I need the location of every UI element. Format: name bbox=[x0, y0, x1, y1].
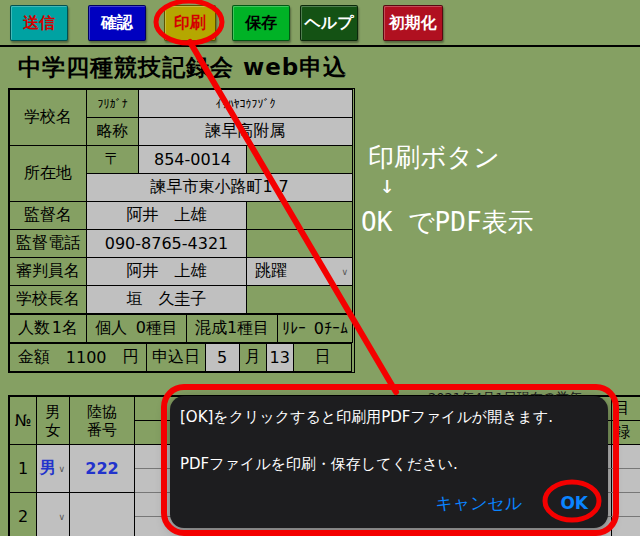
apply-day-input[interactable]: 13 bbox=[266, 344, 293, 372]
principal-name-input[interactable]: 垣 久圭子 bbox=[87, 286, 247, 314]
count-individual-value: 0種目 bbox=[136, 318, 178, 339]
coach-name-label: 監督名 bbox=[10, 202, 87, 230]
count-individual-label: 個人 bbox=[95, 318, 127, 339]
count-relay-label: ﾘﾚｰ bbox=[282, 319, 306, 338]
furigana-input[interactable]: ｲｻﾊﾔｺｳﾌｿﾞｸ bbox=[139, 90, 353, 118]
dialog-message-1: [OK]をクリックすると印刷用PDFファイルが開きます. bbox=[180, 408, 553, 427]
principal-name-label: 学校長名 bbox=[10, 286, 87, 314]
apply-date-label: 申込日 bbox=[147, 344, 205, 372]
roster-row1-number-input[interactable]: 222 bbox=[70, 445, 135, 493]
judge-name-label: 審判員名 bbox=[10, 258, 87, 286]
count-combined-label: 混成 bbox=[195, 318, 227, 339]
roster-row2-no: 2 bbox=[10, 493, 37, 536]
coach-spacer-cell bbox=[247, 202, 353, 230]
furigana-label: ﾌﾘｶﾞﾅ bbox=[87, 90, 139, 118]
count-combined-value: 1種目 bbox=[227, 318, 269, 339]
chevron-down-icon: ∨ bbox=[341, 267, 348, 277]
reset-button[interactable]: 初期化 bbox=[383, 5, 443, 41]
judge-name-input[interactable]: 阿井 上雄 bbox=[87, 258, 247, 286]
assoc-header-top: 陸協 bbox=[72, 403, 132, 421]
annotation-ok-pdf-text: OK でPDF表示 bbox=[361, 205, 534, 240]
day-unit-label: 日 bbox=[293, 344, 351, 372]
roster-row2-record-input[interactable] bbox=[612, 517, 640, 536]
roster-row2-number-input[interactable] bbox=[70, 493, 135, 536]
print-button[interactable]: 印刷 bbox=[164, 5, 216, 41]
roster-row1-no: 1 bbox=[10, 445, 37, 493]
roster-gender-header: 男女 bbox=[37, 397, 70, 445]
assoc-header-bottom: 番号 bbox=[72, 421, 132, 439]
gender-header-bottom: 女 bbox=[39, 421, 67, 439]
entry-form: 学校名 ﾌﾘｶﾞﾅ ｲｻﾊﾔｺｳﾌｿﾞｸ 略称 諫早高附属 所在地 〒 854-… bbox=[8, 88, 355, 373]
ok-button[interactable]: OK bbox=[560, 493, 588, 513]
roster-row1-gender-select[interactable]: 男 ∨ bbox=[37, 445, 70, 493]
print-confirm-dialog: [OK]をクリックすると印刷用PDFファイルが開きます. PDFファイルを印刷・… bbox=[170, 396, 608, 528]
abbr-input[interactable]: 諫早高附属 bbox=[139, 118, 353, 146]
coach-phone-input[interactable]: 090-8765-4321 bbox=[87, 230, 247, 258]
judge-event-value: 跳躍 bbox=[255, 261, 287, 280]
gender-header-top: 男 bbox=[39, 403, 67, 421]
down-arrow-icon: ↓ bbox=[380, 171, 394, 199]
fee-label: 金額 bbox=[18, 347, 50, 368]
separator-line bbox=[0, 45, 640, 47]
phone-spacer-cell bbox=[247, 230, 353, 258]
school-name-label: 学校名 bbox=[10, 90, 87, 146]
postal-mark-icon: 〒 bbox=[87, 146, 139, 174]
roster-row1-event-select[interactable]: ∨ bbox=[612, 445, 640, 469]
count-total-cell: 人数1名 bbox=[10, 315, 87, 343]
roster-assoc-header: 陸協番号 bbox=[70, 397, 135, 445]
page: 送信 確認 印刷 保存 ヘルプ 初期化 中学四種競技記録会 web申込 学校名 … bbox=[0, 0, 640, 536]
fee-amount: 1100 bbox=[66, 348, 107, 367]
page-title: 中学四種競技記録会 web申込 bbox=[18, 52, 347, 83]
roster-event-header: 目 bbox=[612, 397, 640, 421]
address-label: 所在地 bbox=[10, 146, 87, 202]
count-total-label: 人数 bbox=[18, 318, 50, 339]
dialog-message-2: PDFファイルを印刷・保存してください. bbox=[180, 455, 458, 474]
help-button[interactable]: ヘルプ bbox=[300, 5, 358, 41]
chevron-down-icon: ∨ bbox=[58, 512, 65, 522]
confirm-button[interactable]: 確認 bbox=[88, 5, 146, 41]
count-combined-cell: 混成1種目 bbox=[187, 315, 278, 343]
roster-row2-event-select[interactable]: ∨ bbox=[612, 493, 640, 517]
month-unit-label: 月 bbox=[239, 344, 266, 372]
principal-spacer-cell bbox=[247, 286, 353, 314]
save-button[interactable]: 保存 bbox=[232, 5, 290, 41]
coach-phone-label: 監督電話 bbox=[10, 230, 87, 258]
roster-record-header: 録 bbox=[612, 421, 640, 445]
send-button[interactable]: 送信 bbox=[10, 5, 68, 41]
fee-unit: 円 bbox=[122, 347, 138, 368]
chevron-down-icon: ∨ bbox=[58, 464, 65, 474]
abbr-label: 略称 bbox=[87, 118, 139, 146]
postal-code-input[interactable]: 854-0014 bbox=[139, 146, 247, 174]
roster-row2-gender-select[interactable]: ∨ bbox=[37, 493, 70, 536]
cancel-button[interactable]: キャンセル bbox=[435, 492, 522, 515]
postal-spacer-cell bbox=[247, 146, 353, 174]
roster-row1-record-input[interactable] bbox=[612, 469, 640, 493]
count-relay-cell: ﾘﾚｰ0ﾁｰﾑ bbox=[278, 315, 353, 343]
roster-no-header: № bbox=[10, 397, 37, 445]
apply-month-input[interactable]: 5 bbox=[205, 344, 239, 372]
roster-row1-gender-value: 男 bbox=[40, 458, 56, 477]
judge-event-select[interactable]: 跳躍 ∨ bbox=[247, 258, 353, 286]
street-input[interactable]: 諫早市東小路町1-7 bbox=[87, 174, 353, 202]
annotation-print-button-text: 印刷ボタン bbox=[368, 140, 500, 175]
fee-cell: 金額1100円 bbox=[10, 344, 147, 372]
count-relay-value: 0ﾁｰﾑ bbox=[314, 319, 348, 338]
coach-name-input[interactable]: 阿井 上雄 bbox=[87, 202, 247, 230]
count-individual-cell: 個人0種目 bbox=[87, 315, 187, 343]
count-total-value: 1名 bbox=[52, 318, 78, 339]
